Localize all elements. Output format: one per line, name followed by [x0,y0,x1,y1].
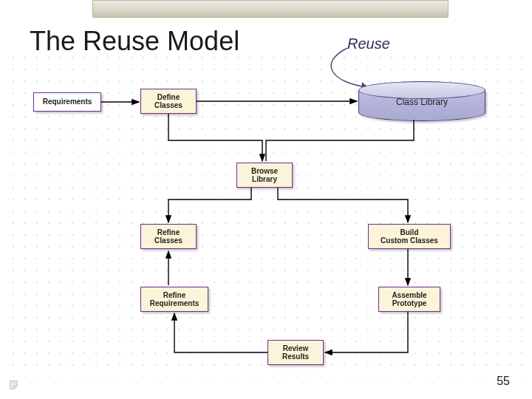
page-corner-icon [9,380,19,390]
box-review-results: Review Results [267,340,324,365]
box-refine-classes: Refine Classes [140,224,197,249]
class-library-label: Class Library [358,97,485,107]
box-browse-library: Browse Library [236,163,293,188]
box-define-classes: Define Classes [140,89,197,114]
box-refine-requirements: Refine Requirements [140,287,208,312]
slide-title: The Reuse Model [30,26,239,57]
slide-header-bar [92,0,449,18]
box-build-custom-classes: Build Custom Classes [368,224,451,249]
class-library-cylinder: Class Library [358,81,485,121]
box-assemble-prototype: Assemble Prototype [378,287,440,312]
box-requirements: Requirements [33,92,101,112]
reuse-legend: Reuse [347,35,390,52]
page-number: 55 [497,375,510,388]
